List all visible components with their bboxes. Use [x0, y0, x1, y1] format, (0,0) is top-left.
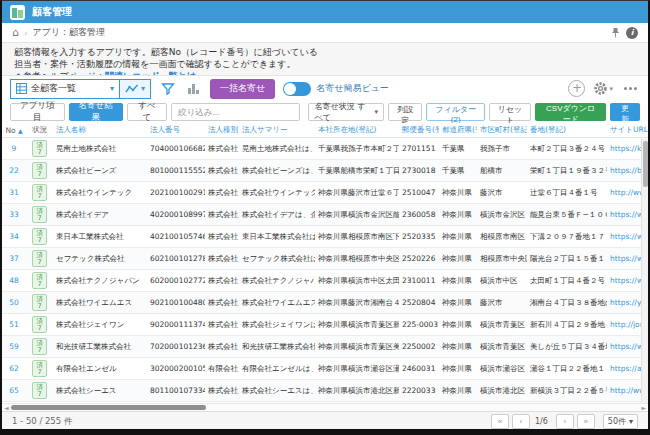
filter-button[interactable]: フィルター (2) — [426, 103, 485, 121]
prefecture-cell: 神奈川県 — [439, 386, 477, 396]
filter-funnel-icon[interactable] — [159, 82, 177, 96]
table-row[interactable]: 48 済7 株式会社テクノジャパン 6020001027729 株式会社 株式会… — [2, 270, 648, 292]
pin-icon[interactable] — [610, 27, 621, 39]
bulk-merge-button[interactable]: 一括名寄せ — [210, 79, 275, 99]
add-record-button[interactable]: + — [568, 80, 585, 97]
table-row[interactable]: 65 済7 株式会社シーエス 8011001073340 株式会社 株式会社シー… — [2, 380, 648, 402]
zip-cell: 2510047 — [399, 188, 439, 197]
col-header-site-url[interactable]: サイトURL — [607, 125, 648, 135]
table-row[interactable]: 33 済7 株式会社イデア 4020001089977 株式会社 株式会社イデア… — [2, 204, 648, 226]
street-cell: 湘南台４丁目３８番地の２５ — [527, 298, 607, 308]
col-header-corp-number[interactable]: 法人番号 — [147, 125, 205, 135]
corp-number-cell: 7040001066823 — [147, 144, 205, 153]
first-page-button[interactable]: « — [491, 414, 509, 429]
settings-gear-button[interactable]: ▾ — [593, 81, 613, 96]
table-row[interactable]: 31 済7 株式会社ウインテック 2021001002915 株式会社 株式会社… — [2, 182, 648, 204]
table-row[interactable]: 34 済7 東日本工業株式会社 4021001057461 株式会社 東日本工業… — [2, 226, 648, 248]
record-number-link[interactable]: 65 — [2, 386, 26, 395]
chevron-down-icon: ▾ — [141, 84, 145, 93]
record-number-link[interactable]: 59 — [2, 342, 26, 351]
prev-page-button[interactable]: ‹ — [512, 414, 530, 429]
col-header-status[interactable]: 状況 — [26, 125, 53, 135]
record-number-link[interactable]: 62 — [2, 364, 26, 373]
horizontal-scroll-thumb[interactable] — [11, 405, 206, 410]
last-page-button[interactable]: » — [577, 414, 595, 429]
search-input[interactable] — [171, 103, 300, 121]
horizontal-scrollbar[interactable]: ◄ ► — [2, 403, 648, 411]
col-header-street[interactable]: 番地(登記) — [527, 125, 607, 135]
record-number-link[interactable]: 51 — [2, 320, 26, 329]
view-selector-label: 全顧客一覧 — [31, 82, 76, 95]
status-cell: 済7 — [26, 228, 53, 245]
scroll-left-icon[interactable]: ◄ — [4, 404, 9, 412]
status-badge: 済7 — [32, 206, 47, 223]
prefecture-cell: 神奈川県 — [439, 254, 477, 264]
column-settings-button[interactable]: 列設定 — [388, 103, 422, 121]
col-header-corp-type[interactable]: 法人種別 — [205, 125, 239, 135]
record-number-link[interactable]: 33 — [2, 210, 26, 219]
next-page-button[interactable]: › — [556, 414, 574, 429]
col-header-no[interactable]: No ▲ — [2, 126, 26, 135]
status-badge: 済7 — [32, 228, 47, 245]
hq-address-cell: 神奈川県相模原市南区下溝２０... — [315, 232, 399, 242]
table-row[interactable]: 22 済7 株式会社ビーンズ 8010001155520 株式会社 株式会社ビー… — [2, 160, 648, 182]
record-number-link[interactable]: 48 — [2, 276, 26, 285]
col-header-corp-name[interactable]: 法人名称 — [53, 125, 147, 135]
graph-selector[interactable]: ▾ — [120, 79, 151, 99]
update-button[interactable]: 更新 — [610, 103, 640, 121]
record-number-link[interactable]: 37 — [2, 254, 26, 263]
reset-button[interactable]: リセット — [489, 103, 531, 121]
tab-merge-result[interactable]: 名寄せ結果 — [69, 103, 123, 121]
summary-cell: 株式会社テクノジャパンは、土... — [239, 276, 315, 286]
record-number-link[interactable]: 9 — [2, 144, 26, 153]
col-header-summary[interactable]: 法人サマリー — [239, 125, 315, 135]
breadcrumb-label[interactable]: アプリ : 顧客管理 — [33, 26, 105, 39]
info-icon[interactable]: i — [626, 27, 638, 39]
col-header-zip[interactable]: 郵便番号(登記) — [399, 125, 439, 135]
table-row[interactable]: 37 済7 セフテック株式会社 6021001012786 株式会社 セフテック… — [2, 248, 648, 270]
corp-type-cell: 株式会社 — [205, 232, 239, 242]
col-header-prefecture[interactable]: 都道府県(登記) — [439, 125, 477, 135]
page-size-select[interactable]: 50件▾ — [603, 414, 638, 429]
tab-app-fields[interactable]: アプリ項目 — [10, 103, 65, 121]
col-header-city[interactable]: 市区町村(登記) — [477, 125, 527, 135]
table-row[interactable]: 50 済7 株式会社ワイエムエス 9021001004806 株式会社 株式会社… — [2, 292, 648, 314]
hq-address-cell: 神奈川県横浜市港北区新横浜３... — [315, 386, 399, 396]
corp-number-cell: 8011001073340 — [147, 386, 205, 395]
city-cell: 我孫子市 — [477, 144, 527, 154]
record-number-link[interactable]: 50 — [2, 298, 26, 307]
view-selector[interactable]: 全顧客一覧 ▾ — [10, 79, 120, 99]
table-row[interactable]: 59 済7 和光技研工業株式会社 7020001012366 株式会社 和光技研… — [2, 336, 648, 358]
table-row[interactable]: 9 済7 晃南土地株式会社 7040001066823 株式会社 晃南土地株式会… — [2, 138, 648, 160]
vertical-scrollbar[interactable] — [641, 139, 648, 403]
scroll-right-icon[interactable]: ► — [641, 404, 646, 412]
gear-icon — [593, 81, 608, 96]
status-cell: 済7 — [26, 338, 53, 355]
zip-cell: 225-0003 — [399, 320, 439, 329]
toggle-label: 名寄せ簡易ビュー — [316, 82, 389, 95]
col-header-hq-address[interactable]: 本社所在地(登記) — [315, 125, 399, 135]
home-icon[interactable]: ⌂ — [12, 27, 19, 38]
corp-name-cell: セフテック株式会社 — [53, 254, 147, 264]
merge-status-select[interactable]: 名寄せ状況 すべて▾ — [308, 103, 384, 121]
record-number-link[interactable]: 31 — [2, 188, 26, 197]
view-toolbar: 全顧客一覧 ▾ ▾ 一括名寄せ 名寄せ簡易ビュー + ▾ — [2, 76, 648, 101]
more-options-icon[interactable] — [621, 87, 640, 90]
bar-chart-icon[interactable] — [185, 82, 202, 95]
table-view-icon — [16, 83, 27, 94]
csv-download-button[interactable]: CSVダウンロード — [535, 103, 607, 121]
record-table: No ▲ 状況 法人名称 法人番号 法人種別 法人サマリー 本社所在地(登記) … — [2, 123, 648, 403]
table-row[interactable]: 51 済7 株式会社ジェイワン 9020001113749 株式会社 株式会社ジ… — [2, 314, 648, 336]
record-number-link[interactable]: 34 — [2, 232, 26, 241]
merge-simple-view-toggle[interactable] — [283, 82, 311, 96]
corp-name-cell: 株式会社テクノジャパン — [53, 276, 147, 286]
record-number-link[interactable]: 22 — [2, 166, 26, 175]
chevron-down-icon: ▾ — [609, 85, 613, 93]
corp-number-cell: 6020001027729 — [147, 276, 205, 285]
tab-all[interactable]: すべて — [127, 103, 167, 121]
corp-type-cell: 株式会社 — [205, 276, 239, 286]
breadcrumb-chevron-icon: › — [24, 28, 28, 38]
status-cell: 済7 — [26, 294, 53, 311]
table-row[interactable]: 62 済7 有限会社エンゼル 3020002001058 有限会社 有限会社エン… — [2, 358, 648, 380]
city-cell: 藤沢市 — [477, 188, 527, 198]
